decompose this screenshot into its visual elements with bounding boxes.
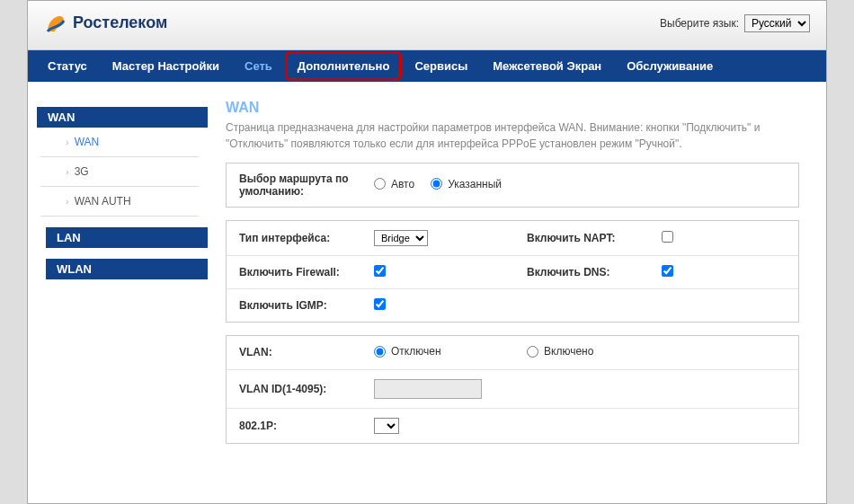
route-box: Выбор маршрута по умолчанию: Авто Указан…	[226, 163, 799, 208]
route-label: Выбор маршрута по умолчанию:	[227, 164, 361, 207]
vlan-id-label: VLAN ID(1-4095):	[227, 369, 361, 408]
route-spec-label[interactable]: Указанный	[448, 178, 502, 190]
fw-label: Включить Firewall:	[227, 256, 361, 289]
nav-services[interactable]: Сервисы	[402, 51, 480, 81]
napt-checkbox[interactable]	[662, 231, 673, 243]
sidebar-head-wan[interactable]: WAN	[37, 107, 208, 128]
logo-icon	[44, 8, 67, 37]
vlan-p-select[interactable]	[374, 418, 399, 434]
igmp-label: Включить IGMP:	[227, 289, 361, 323]
language-select[interactable]: Русский	[744, 14, 810, 32]
igmp-checkbox[interactable]	[374, 298, 386, 310]
nav-status[interactable]: Статус	[35, 51, 100, 81]
vlan-off-label[interactable]: Отключен	[391, 345, 441, 358]
vlan-off-radio[interactable]	[374, 346, 386, 358]
sidebar-item-wan-auth[interactable]: WAN AUTH	[40, 187, 199, 217]
sidebar-head-wlan[interactable]: WLAN	[46, 259, 208, 279]
iface-type-label: Тип интерфейса:	[227, 221, 361, 256]
vlan-p-label: 802.1P:	[227, 408, 361, 443]
main-content: WAN Страница предназначена для настройки…	[208, 82, 826, 456]
dns-checkbox[interactable]	[662, 265, 673, 277]
language-label: Выберите язык:	[660, 17, 739, 30]
nav-network[interactable]: Сеть	[232, 51, 285, 81]
napt-label: Включить NAPT:	[514, 221, 649, 256]
language-selector: Выберите язык: Русский	[660, 14, 810, 32]
route-spec-radio[interactable]	[431, 178, 442, 190]
route-auto-radio[interactable]	[374, 178, 386, 190]
page-title: WAN	[226, 100, 799, 116]
iface-type-select[interactable]: Bridge	[374, 230, 428, 246]
sidebar-item-3g[interactable]: 3G	[40, 157, 199, 187]
sidebar-head-lan[interactable]: LAN	[46, 227, 208, 248]
sidebar: WANWAN3GWAN AUTHLANWLAN	[28, 82, 208, 456]
dns-label: Включить DNS:	[514, 256, 649, 289]
vlan-on-radio[interactable]	[527, 346, 538, 358]
header: Ростелеком Выберите язык: Русский	[28, 1, 826, 50]
sidebar-item-wan[interactable]: WAN	[40, 128, 199, 157]
nav-wizard[interactable]: Мастер Настройки	[100, 51, 232, 81]
route-auto-label[interactable]: Авто	[391, 178, 414, 190]
fw-checkbox[interactable]	[374, 265, 386, 277]
logo-text: Ростелеком	[73, 13, 167, 32]
nav-maintenance[interactable]: Обслуживание	[614, 51, 725, 81]
main-nav: СтатусМастер НастройкиСетьДополнительноС…	[28, 50, 826, 82]
vlan-label: VLAN:	[227, 336, 361, 369]
vlan-on-label[interactable]: Включено	[544, 345, 593, 358]
nav-advanced[interactable]: Дополнительно	[285, 51, 403, 81]
vlan-box: VLAN: Отключен Включено	[226, 335, 799, 444]
vlan-id-input[interactable]	[374, 379, 482, 399]
interface-box: Тип интерфейса: Bridge Включить NAPT: Вк…	[226, 220, 799, 323]
page-description: Страница предназначена для настройки пар…	[226, 119, 799, 152]
nav-firewall[interactable]: Межсетевой Экран	[480, 51, 614, 81]
